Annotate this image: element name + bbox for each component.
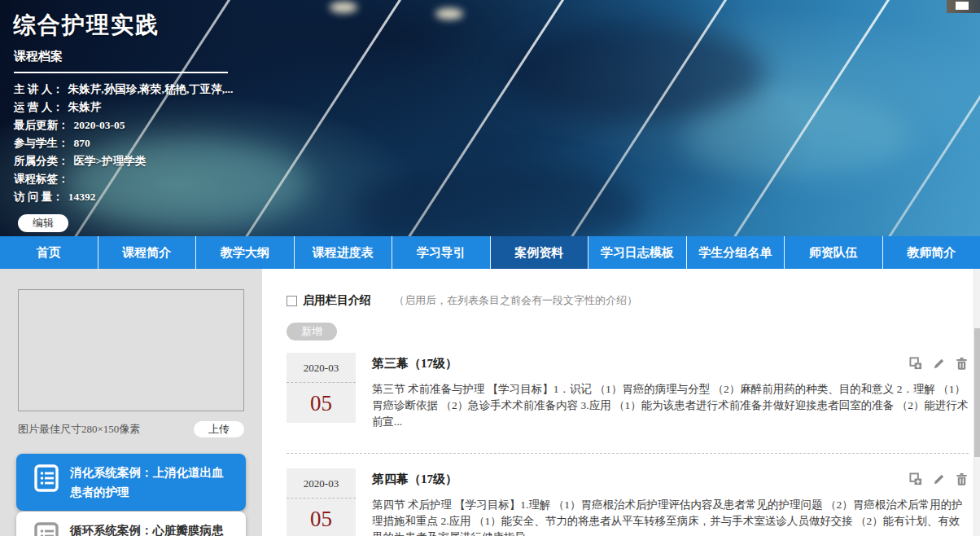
tab-schedule[interactable]: 课程进度表 <box>295 236 393 269</box>
image-placeholder <box>18 289 244 411</box>
image-size-hint: 图片最佳尺寸280×150像素 <box>18 422 140 437</box>
delete-trash-icon[interactable] <box>955 472 969 486</box>
delete-trash-icon[interactable] <box>955 357 969 371</box>
info-tags: 课程标签： <box>14 170 233 188</box>
info-value: 朱姝芹,孙国珍,蒋荣,嵇艳,丁亚萍,... <box>68 83 234 95</box>
item-content: 第三幕（17级） <box>372 353 969 430</box>
date-box: 2020-03 05 <box>287 468 356 536</box>
info-value: 870 <box>74 137 90 149</box>
cloud-shape <box>350 163 643 236</box>
date-box: 2020-03 05 <box>287 353 356 423</box>
info-value: 朱姝芹 <box>68 101 102 113</box>
enable-intro-label: 启用栏目介绍 <box>303 293 371 308</box>
info-label: 最后更新： <box>14 119 69 131</box>
course-banner: 综合护理实践 课程档案 主 讲 人：朱姝芹,孙国珍,蒋荣,嵇艳,丁亚萍,... … <box>0 0 980 236</box>
info-operator: 运 营 人：朱姝芹 <box>14 99 233 116</box>
info-label: 主 讲 人： <box>14 83 63 95</box>
scrollbar-thumb[interactable] <box>974 328 980 457</box>
sidebar-item-label: 循环系统案例：心脏瓣膜病患者的 <box>70 521 233 536</box>
enable-intro-row: 启用栏目介绍 （启用后，在列表条目之前会有一段文字性的介绍） <box>287 293 969 308</box>
item-actions <box>900 357 969 371</box>
tab-teacher-intro[interactable]: 教师简介 <box>883 236 980 269</box>
info-lecturers: 主 讲 人：朱姝芹,孙国珍,蒋荣,嵇艳,丁亚萍,... <box>14 81 233 99</box>
sidebar: 图片最佳尺寸280×150像素 上传 消化系统案例：上消化道出血患者的护理 <box>0 269 262 536</box>
info-visits: 访 问 量：14392 <box>14 188 233 206</box>
info-label: 访 问 量： <box>14 191 63 203</box>
item-header: 第四幕（17级） <box>372 472 969 487</box>
info-last-update: 最后更新：2020-03-05 <box>14 116 233 134</box>
item-title: 第四幕（17级） <box>372 472 457 487</box>
info-label: 课程标签： <box>14 173 69 185</box>
page: 综合护理实践 课程档案 主 讲 人：朱姝芹,孙国珍,蒋荣,嵇艳,丁亚萍,... … <box>0 0 980 536</box>
window-control-artifact <box>947 0 980 13</box>
date-divider <box>287 498 356 499</box>
tab-home[interactable]: 首页 <box>0 236 98 269</box>
edit-button[interactable]: 编辑 <box>18 214 68 232</box>
sidebar-item-circulatory-case[interactable]: 循环系统案例：心脏瓣膜病患者的 <box>16 512 246 536</box>
info-students: 参与学生：870 <box>14 134 233 152</box>
tab-study-guide[interactable]: 学习导引 <box>392 236 491 269</box>
case-list-item: 2020-03 05 第四幕（17级） <box>287 468 969 536</box>
sidebar-item-digestive-case[interactable]: 消化系统案例：上消化道出血患者的护理 <box>16 454 246 511</box>
date-month: 2020-03 <box>287 477 356 490</box>
info-value: 2020-03-05 <box>74 119 125 131</box>
date-day: 05 <box>287 507 356 532</box>
upload-button[interactable]: 上传 <box>194 421 244 437</box>
tab-group-roster[interactable]: 学生分组名单 <box>687 236 785 269</box>
sidebar-item-label: 消化系统案例：上消化道出血患者的护理 <box>70 463 233 502</box>
document-list-icon <box>34 522 59 536</box>
date-month: 2020-03 <box>287 362 356 375</box>
page-subtitle: 课程档案 <box>14 49 63 64</box>
enable-intro-checkbox[interactable] <box>287 296 297 306</box>
tab-course-intro[interactable]: 课程简介 <box>98 236 197 269</box>
image-caption-row: 图片最佳尺寸280×150像素 上传 <box>18 421 244 437</box>
main-nav: 首页 课程简介 教学大纲 课程进度表 学习导引 案例资料 学习日志模板 学生分组… <box>0 236 980 269</box>
add-button[interactable]: 新增 <box>287 323 337 340</box>
copy-add-icon[interactable] <box>909 357 923 371</box>
tab-syllabus[interactable]: 教学大纲 <box>196 236 295 269</box>
date-divider <box>287 382 356 383</box>
content-area: 图片最佳尺寸280×150像素 上传 消化系统案例：上消化道出血患者的护理 <box>0 269 980 536</box>
item-actions <box>900 472 969 486</box>
edit-pencil-icon[interactable] <box>932 357 946 371</box>
title-divider <box>14 72 228 73</box>
info-value: 14392 <box>68 191 96 203</box>
item-content: 第四幕（17级） <box>372 468 969 536</box>
item-title: 第三幕（17级） <box>372 356 457 371</box>
sun-glare <box>330 2 357 13</box>
scrollbar[interactable] <box>973 269 980 536</box>
enable-intro-note: （启用后，在列表条目之前会有一段文字性的介绍） <box>394 293 637 308</box>
main-panel: 启用栏目介绍 （启用后，在列表条目之前会有一段文字性的介绍） 新增 2020-0… <box>262 269 980 536</box>
edit-pencil-icon[interactable] <box>932 472 946 486</box>
item-description: 第三节 术前准备与护理 【学习目标】1．识记 （1）胃癌的病理与分型 （2）麻醉… <box>372 381 969 430</box>
info-category: 所属分类：医学>护理学类 <box>14 152 233 170</box>
info-label: 运 营 人： <box>14 101 63 113</box>
info-label: 所属分类： <box>14 155 69 167</box>
course-info: 主 讲 人：朱姝芹,孙国珍,蒋荣,嵇艳,丁亚萍,... 运 营 人：朱姝芹 最后… <box>14 81 233 206</box>
item-description: 第四节 术后护理 【学习目标】1.理解 （1）胃癌根治术后护理评估内容及患者常见… <box>372 497 969 536</box>
item-header: 第三幕（17级） <box>372 356 969 371</box>
window-control-inner <box>956 2 969 10</box>
tab-journal-template[interactable]: 学习日志模板 <box>588 236 687 269</box>
copy-add-icon[interactable] <box>909 472 923 486</box>
case-list-item: 2020-03 05 第三幕（17级） <box>287 353 969 430</box>
sun-glare <box>435 8 463 20</box>
info-value: 医学>护理学类 <box>74 155 147 167</box>
page-title: 综合护理实践 <box>13 10 160 41</box>
document-list-icon <box>34 464 59 492</box>
tab-case-materials[interactable]: 案例资料 <box>491 236 589 269</box>
tab-faculty[interactable]: 师资队伍 <box>785 236 883 269</box>
list-separator <box>287 453 969 454</box>
info-label: 参与学生： <box>14 137 69 149</box>
date-day: 05 <box>287 391 356 416</box>
